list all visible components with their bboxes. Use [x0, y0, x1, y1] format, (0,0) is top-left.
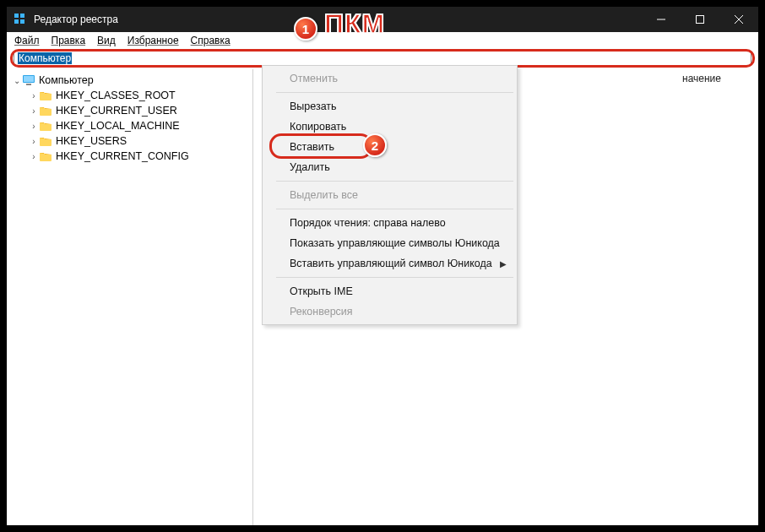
caret-right-icon: ›	[29, 106, 39, 116]
ctx-paste-label: Вставить	[290, 141, 334, 153]
ctx-reconversion: Реконверсия	[264, 301, 515, 322]
caret-right-icon: ›	[29, 152, 39, 161]
ctx-insert-unicode-ctrl[interactable]: Вставить управляющий символ Юникода ▶	[264, 253, 515, 274]
ctx-separator	[276, 209, 513, 209]
computer-icon	[22, 74, 35, 86]
svg-rect-9	[24, 76, 34, 82]
ctx-show-unicode-ctrl[interactable]: Показать управляющие символы Юникода	[264, 233, 515, 253]
tree-item-hkey-users[interactable]: › HKEY_USERS	[7, 133, 252, 149]
ctx-select-all: Выделить все	[264, 185, 515, 205]
ctx-separator	[276, 277, 513, 278]
tree-item-hkey-current-user[interactable]: › HKEY_CURRENT_USER	[7, 103, 252, 118]
callout-step-1: 1	[294, 17, 317, 41]
caret-right-icon: ›	[29, 137, 39, 146]
svg-rect-3	[20, 19, 24, 24]
tree-root-label: Компьютер	[39, 74, 94, 86]
tree-item-label: HKEY_CLASSES_ROOT	[56, 90, 176, 101]
ctx-cut[interactable]: Вырезать	[264, 96, 515, 117]
folder-icon	[39, 105, 52, 117]
maximize-button[interactable]	[681, 7, 719, 32]
submenu-arrow-icon: ▶	[500, 259, 507, 269]
tree-item-label: HKEY_CURRENT_CONFIG	[56, 150, 189, 162]
tree-root[interactable]: ⌄ Компьютер	[7, 73, 252, 88]
ctx-separator	[276, 181, 513, 182]
list-column-partial: начение	[682, 73, 721, 84]
close-button[interactable]	[719, 7, 758, 32]
tree-item-hkey-local-machine[interactable]: › HKEY_LOCAL_MACHINE	[7, 118, 252, 133]
ctx-delete[interactable]: Удалить	[264, 157, 515, 177]
annotation-pkm: ПКМ	[324, 8, 385, 40]
app-icon	[14, 13, 27, 26]
addressbar[interactable]: Компьютер	[14, 51, 751, 66]
menu-help[interactable]: Справка	[185, 35, 236, 46]
svg-rect-1	[20, 14, 24, 18]
svg-rect-0	[14, 14, 19, 18]
svg-rect-10	[26, 84, 31, 85]
ctx-separator	[276, 92, 513, 93]
folder-icon	[39, 90, 52, 101]
tree-item-label: HKEY_CURRENT_USER	[56, 105, 177, 117]
tree-panel: ⌄ Компьютер › HKEY_CLASSES_ROOT › HKEY_C…	[7, 69, 253, 525]
tree-item-label: HKEY_LOCAL_MACHINE	[56, 120, 180, 132]
folder-icon	[39, 120, 52, 132]
ctx-rtl[interactable]: Порядок чтения: справа налево	[264, 213, 515, 233]
callout-step-2: 2	[363, 133, 387, 157]
svg-rect-5	[697, 16, 704, 24]
ctx-insert-unicode-ctrl-label: Вставить управляющий символ Юникода	[290, 258, 492, 269]
tree-item-hkey-current-config[interactable]: › HKEY_CURRENT_CONFIG	[7, 149, 252, 164]
ctx-copy[interactable]: Копировать	[264, 117, 515, 137]
tree-item-label: HKEY_USERS	[56, 135, 127, 147]
menu-favorites[interactable]: Избранное	[122, 35, 185, 46]
folder-icon	[39, 150, 52, 162]
caret-right-icon: ›	[29, 91, 39, 100]
folder-icon	[39, 135, 52, 147]
caret-right-icon: ›	[29, 122, 39, 131]
minimize-button[interactable]	[642, 7, 681, 32]
ctx-paste[interactable]: Вставить	[264, 137, 515, 157]
svg-rect-2	[14, 19, 19, 24]
caret-down-icon: ⌄	[12, 76, 22, 85]
menu-edit[interactable]: Правка	[46, 35, 92, 46]
menu-view[interactable]: Вид	[91, 35, 122, 46]
menu-file[interactable]: Файл	[8, 35, 46, 46]
addressbar-value: Компьютер	[18, 52, 72, 64]
ctx-open-ime[interactable]: Открыть IME	[264, 281, 515, 301]
ctx-undo: Отменить	[264, 68, 515, 89]
context-menu: Отменить Вырезать Копировать Вставить Уд…	[262, 65, 518, 325]
tree-item-hkey-classes-root[interactable]: › HKEY_CLASSES_ROOT	[7, 88, 252, 103]
